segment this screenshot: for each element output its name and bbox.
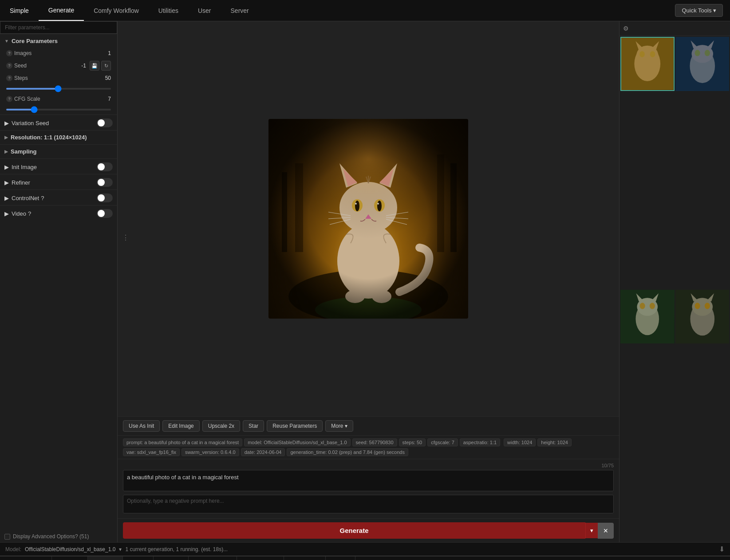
controlnet-section[interactable]: ▶ ControlNet ? bbox=[0, 189, 117, 205]
quick-tools-button[interactable]: Quick Tools ▾ bbox=[675, 4, 723, 17]
generate-cancel-button[interactable]: ✕ bbox=[598, 523, 614, 539]
variation-seed-section[interactable]: ▶ Variation Seed bbox=[0, 114, 117, 130]
char-count: 10/75 bbox=[123, 463, 614, 468]
image-display-area bbox=[118, 21, 619, 416]
star-button[interactable]: Star bbox=[243, 420, 264, 432]
right-panel: ⚙ bbox=[619, 21, 730, 542]
model-dropdown-arrow[interactable]: ▾ bbox=[119, 546, 122, 552]
tab-tools[interactable]: Tools bbox=[326, 556, 355, 560]
thumbnail-grid bbox=[620, 36, 730, 542]
steps-value: 50 bbox=[105, 75, 111, 81]
image-actions-bar: Use As Init Edit Image Upscale 2x Star R… bbox=[118, 416, 619, 435]
cfg-label: ? CFG Scale bbox=[6, 96, 40, 102]
meta-prompt: prompt: a beautiful photo of a cat in a … bbox=[123, 438, 242, 446]
cfg-help-icon[interactable]: ? bbox=[6, 96, 12, 102]
refiner-toggle[interactable] bbox=[97, 178, 113, 187]
right-settings-icon[interactable]: ⚙ bbox=[623, 25, 629, 32]
meta-model: model: OfficialStableDiffusion/sd_xl_bas… bbox=[244, 438, 350, 446]
controlnet-label: ControlNet bbox=[12, 195, 39, 201]
advanced-checkbox[interactable] bbox=[4, 534, 10, 540]
images-value: 1 bbox=[108, 50, 111, 56]
section-chevron: ▼ bbox=[4, 39, 9, 43]
scroll-to-bottom-icon[interactable]: ⬇ bbox=[719, 545, 725, 553]
variation-seed-label: Variation Seed bbox=[12, 120, 49, 126]
resolution-section[interactable]: ▶ Resolution: 1:1 (1024×1024) bbox=[0, 130, 117, 144]
reuse-parameters-button[interactable]: Reuse Parameters bbox=[267, 420, 323, 432]
meta-vae: vae: sdxl_vae_fp16_fix bbox=[123, 448, 180, 456]
sampling-label: Sampling bbox=[11, 148, 37, 155]
display-advanced-options[interactable]: Display Advanced Options? (51) bbox=[0, 531, 117, 542]
meta-aspectratio: aspectratio: 1:1 bbox=[460, 438, 500, 446]
tab-controlnets[interactable]: ControlNets bbox=[237, 556, 284, 560]
seed-help-icon[interactable]: ? bbox=[6, 63, 12, 69]
generation-status: 1 current generation, 1 running. (est. 1… bbox=[125, 546, 228, 552]
model-name[interactable]: OfficialStableDiffusion/sd_xl_base_1.0 bbox=[25, 546, 115, 552]
model-label: Model: bbox=[5, 546, 21, 552]
meta-swarm: swarm_version: 0.6.4.0 bbox=[182, 448, 239, 456]
seed-random-button[interactable]: ↻ bbox=[101, 61, 111, 71]
svg-rect-39 bbox=[621, 38, 674, 90]
prompt-area: 10/75 a beautiful photo of a cat in a ma… bbox=[118, 459, 619, 518]
variation-seed-toggle[interactable] bbox=[97, 118, 113, 127]
generate-button[interactable]: Generate bbox=[123, 522, 585, 539]
panel-collapse-handle[interactable]: ⋮ bbox=[118, 230, 134, 245]
upscale-2x-button[interactable]: Upscale 2x bbox=[202, 420, 240, 432]
edit-image-button[interactable]: Edit Image bbox=[162, 420, 199, 432]
resolution-label: Resolution: 1:1 (1024×1024) bbox=[11, 134, 87, 141]
tab-loras[interactable]: LORAs bbox=[154, 556, 189, 560]
refiner-section[interactable]: ▶ Refiner bbox=[0, 174, 117, 189]
init-image-label: Init Image bbox=[12, 164, 37, 170]
tab-generate[interactable]: Generate bbox=[39, 0, 84, 21]
generate-row: Generate ▾ ✕ bbox=[118, 518, 619, 542]
video-help-icon[interactable]: ? bbox=[28, 210, 31, 217]
tab-presets[interactable]: Presets bbox=[52, 556, 88, 560]
images-help-icon[interactable]: ? bbox=[6, 50, 12, 56]
meta-date: date: 2024-06-04 bbox=[241, 448, 285, 456]
thumbnail-1[interactable] bbox=[620, 37, 675, 91]
core-parameters-label: Core Parameters bbox=[12, 38, 58, 44]
tab-embeddings[interactable]: Embeddings bbox=[189, 556, 237, 560]
generate-dropdown-button[interactable]: ▾ bbox=[585, 523, 598, 538]
tab-server[interactable]: Server bbox=[221, 0, 259, 21]
cfg-value: 7 bbox=[108, 96, 111, 102]
cfg-slider[interactable] bbox=[6, 109, 111, 110]
center-panel: ⋮ bbox=[118, 21, 619, 542]
steps-slider[interactable] bbox=[6, 88, 111, 90]
init-image-section[interactable]: ▶ Init Image bbox=[0, 158, 117, 174]
refiner-label: Refiner bbox=[12, 179, 30, 186]
svg-rect-55 bbox=[620, 290, 675, 344]
video-section[interactable]: ▶ Video ? bbox=[0, 205, 117, 221]
video-toggle[interactable] bbox=[97, 209, 113, 218]
seed-save-button[interactable]: 💾 bbox=[90, 61, 99, 71]
meta-seed: seed: 567790830 bbox=[352, 438, 397, 446]
thumbnail-2[interactable] bbox=[675, 37, 730, 91]
tab-utilities[interactable]: Utilities bbox=[149, 0, 188, 21]
tab-simple[interactable]: Simple bbox=[0, 0, 39, 21]
bottom-tabs-bar: Image History Presets Models VAEs LORAs … bbox=[0, 556, 730, 560]
filter-parameters-input[interactable] bbox=[0, 21, 117, 34]
tab-wildcards[interactable]: Wildcards bbox=[284, 556, 326, 560]
core-parameters-section[interactable]: ▼ Core Parameters bbox=[0, 34, 117, 48]
thumbnail-3[interactable] bbox=[620, 290, 675, 344]
svg-rect-47 bbox=[675, 37, 730, 91]
tab-user[interactable]: User bbox=[188, 0, 221, 21]
more-button[interactable]: More ▾ bbox=[325, 420, 353, 432]
steps-help-icon[interactable]: ? bbox=[6, 75, 12, 81]
init-image-toggle[interactable] bbox=[97, 162, 113, 171]
sampling-section[interactable]: ▶ Sampling bbox=[0, 144, 117, 158]
meta-height: height: 1024 bbox=[537, 438, 572, 446]
right-panel-header: ⚙ bbox=[620, 21, 730, 36]
thumbnail-4[interactable] bbox=[675, 290, 730, 344]
advanced-label: Display Advanced Options? (51) bbox=[13, 533, 89, 540]
prompt-input[interactable]: a beautiful photo of a cat in a magical … bbox=[123, 470, 614, 491]
negative-prompt-input[interactable] bbox=[123, 495, 614, 513]
use-as-init-button[interactable]: Use As Init bbox=[123, 420, 160, 432]
controlnet-toggle[interactable] bbox=[97, 193, 113, 202]
tab-comfy-workflow[interactable]: Comfy Workflow bbox=[84, 0, 149, 21]
tab-vaes[interactable]: VAEs bbox=[123, 556, 154, 560]
tab-models[interactable]: Models bbox=[88, 556, 123, 560]
meta-width: width: 1024 bbox=[504, 438, 536, 446]
tab-image-history[interactable]: Image History bbox=[0, 556, 52, 560]
controlnet-help-icon[interactable]: ? bbox=[41, 195, 44, 201]
svg-rect-63 bbox=[675, 290, 730, 344]
